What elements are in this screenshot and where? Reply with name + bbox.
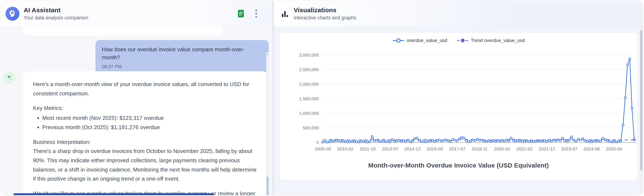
svg-text:2017-07: 2017-07 <box>449 146 466 151</box>
svg-text:2011-10: 2011-10 <box>360 146 376 151</box>
key-metrics-label: Key Metrics: <box>33 104 258 113</box>
kebab-dot <box>256 16 257 17</box>
chart-legend: overdue_value_usd Trend overdue_value_us… <box>280 38 638 43</box>
svg-text:2005-05: 2005-05 <box>315 146 331 151</box>
key-metrics-list: Most recent month (Nov 2025): $123,317 o… <box>42 114 258 131</box>
legend-label: Trend overdue_value_usd <box>471 38 525 43</box>
assistant-sparkle-avatar <box>4 72 15 83</box>
svg-text:2023-07: 2023-07 <box>561 146 578 151</box>
screenshot-canvas: AI Assistant Your data analysis companio… <box>0 0 644 196</box>
chart-box[interactable]: 0500,0001,000,0001,500,0002,000,0002,500… <box>280 48 638 158</box>
user-message-time: 08:37 PM <box>102 64 262 69</box>
svg-text:2024-06: 2024-06 <box>584 146 600 151</box>
scroll-up-arrow-icon[interactable] <box>266 53 269 55</box>
chat-scrollbar-thumb[interactable] <box>266 176 269 195</box>
key-metric-item: Most recent month (Nov 2025): $123,317 o… <box>42 114 258 122</box>
chat-input-top-edge[interactable] <box>13 193 214 195</box>
chart-card: overdue_value_usd Trend overdue_value_us… <box>279 32 638 180</box>
export-sheet-button[interactable] <box>237 9 244 18</box>
svg-text:2021-02: 2021-02 <box>516 146 533 151</box>
bar-chart-icon <box>280 9 289 18</box>
svg-text:0: 0 <box>316 140 319 145</box>
svg-text:500,000: 500,000 <box>303 125 319 130</box>
chat-title: AI Assistant <box>24 6 88 14</box>
chat-header: AI Assistant Your data analysis companio… <box>1 1 272 26</box>
svg-text:2021-12: 2021-12 <box>539 146 555 151</box>
svg-text:2025-04: 2025-04 <box>606 146 622 151</box>
vis-header-text: Visualizations Interactive charts and gr… <box>294 6 356 21</box>
user-message-bubble: How does our overdue invoice value compa… <box>96 40 269 74</box>
assistant-avatar <box>6 7 20 21</box>
vis-subtitle: Interactive charts and graphs <box>294 15 356 21</box>
assistant-message-bubble: Here's a month-over-month view of your o… <box>23 71 268 195</box>
chat-subtitle: Your data analysis companion <box>24 15 88 21</box>
legend-item-overdue-value[interactable]: overdue_value_usd <box>392 38 447 43</box>
legend-label: overdue_value_usd <box>407 38 447 43</box>
svg-text:2,500,000: 2,500,000 <box>299 67 319 72</box>
svg-text:2013-07: 2013-07 <box>382 146 398 151</box>
svg-text:2018-11: 2018-11 <box>472 146 488 151</box>
head-gear-icon <box>8 9 17 18</box>
svg-text:3,000,000: 3,000,000 <box>299 52 319 57</box>
chat-message-list[interactable]: How does our overdue invoice value compa… <box>1 26 272 195</box>
visualizations-panel: Visualizations Interactive charts and gr… <box>274 1 643 195</box>
overdue-line-chart[interactable]: 0500,0001,000,0001,500,0002,000,0002,500… <box>280 48 638 158</box>
chat-panel: AI Assistant Your data analysis companio… <box>1 1 272 195</box>
vis-scrollbar[interactable] <box>640 27 643 194</box>
user-message-text: How does our overdue invoice value compa… <box>102 46 262 61</box>
dashed-line-filled-marker-icon <box>456 38 469 43</box>
assistant-intro: Here's a month-over-month view of your o… <box>33 80 258 98</box>
chat-menu-button[interactable] <box>254 8 258 19</box>
legend-item-trend[interactable]: Trend overdue_value_usd <box>456 38 525 43</box>
svg-text:2,000,000: 2,000,000 <box>299 82 319 86</box>
sparkles-icon <box>6 74 13 81</box>
solid-line-open-marker-icon <box>392 38 404 43</box>
interpretation-body: There's a sharp drop in overdue invoices… <box>33 147 258 184</box>
app-window: AI Assistant Your data analysis companio… <box>1 1 643 195</box>
key-metric-item: Previous month (Oct 2025): $1,181,276 ov… <box>42 123 258 131</box>
vis-title: Visualizations <box>294 6 356 14</box>
svg-text:2010-02: 2010-02 <box>337 146 354 151</box>
chat-scrollbar[interactable] <box>266 52 269 195</box>
svg-text:2020-02: 2020-02 <box>494 146 510 151</box>
kebab-dot <box>256 13 257 14</box>
vis-scrollbar-thumb[interactable] <box>640 30 642 171</box>
svg-text:2016-05: 2016-05 <box>427 146 443 151</box>
svg-text:2014-12: 2014-12 <box>404 146 421 151</box>
kebab-dot <box>256 10 257 11</box>
svg-text:1,500,000: 1,500,000 <box>299 96 319 101</box>
svg-text:1,000,000: 1,000,000 <box>299 111 319 116</box>
chat-header-text: AI Assistant Your data analysis companio… <box>24 6 88 21</box>
green-spreadsheet-icon <box>237 9 244 18</box>
visualizations-header: Visualizations Interactive charts and gr… <box>274 1 643 26</box>
previous-message-fragment <box>23 26 222 36</box>
chart-title: Month-over-Month Overdue Invoice Value (… <box>280 162 638 169</box>
interpretation-label: Business Interpretation: <box>33 138 258 147</box>
chat-header-actions <box>237 8 258 19</box>
